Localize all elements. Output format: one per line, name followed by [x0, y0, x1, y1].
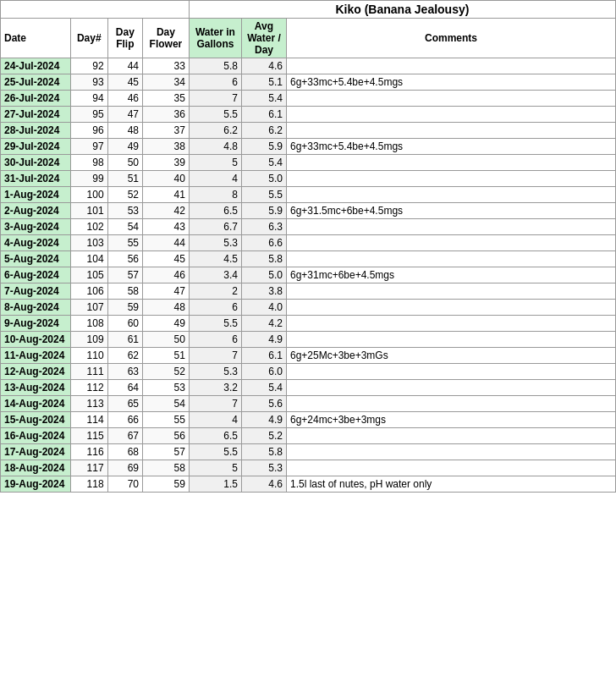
cell-r6-c5: 5.4: [242, 155, 287, 171]
main-table: Kiko (Banana Jealousy) Date Day# Day Fli…: [0, 0, 616, 493]
cell-r15-c0: 8-Aug-2024: [1, 300, 71, 316]
cell-r3-c2: 47: [107, 107, 142, 123]
cell-r23-c6: [286, 428, 615, 444]
cell-r6-c4: 5: [189, 155, 241, 171]
cell-r11-c1: 103: [70, 235, 107, 251]
cell-r1-c3: 34: [143, 74, 190, 91]
table-body: 24-Jul-20249244335.84.625-Jul-2024934534…: [1, 58, 616, 493]
cell-r18-c3: 51: [143, 348, 190, 364]
cell-r19-c0: 12-Aug-2024: [1, 364, 71, 380]
cell-r13-c0: 6-Aug-2024: [1, 267, 71, 283]
table-row: 27-Jul-20249547365.56.1: [1, 107, 616, 123]
cell-r2-c3: 35: [143, 91, 190, 107]
cell-r16-c3: 49: [143, 316, 190, 332]
table-row: 13-Aug-202411264533.25.4: [1, 380, 616, 396]
cell-r5-c3: 38: [143, 139, 190, 155]
cell-r5-c1: 97: [70, 139, 107, 155]
table-row: 24-Jul-20249244335.84.6: [1, 58, 616, 74]
cell-r21-c2: 65: [107, 396, 142, 412]
cell-r15-c4: 6: [189, 300, 241, 316]
col-header-flip: Day Flip: [107, 19, 142, 58]
cell-r22-c6: 6g+24mc+3be+3mgs: [286, 412, 615, 428]
cell-r14-c0: 7-Aug-2024: [1, 283, 71, 300]
cell-r18-c6: 6g+25Mc+3be+3mGs: [286, 348, 615, 364]
cell-r19-c2: 63: [107, 364, 142, 380]
cell-r12-c0: 5-Aug-2024: [1, 251, 71, 267]
cell-r4-c2: 48: [107, 123, 142, 139]
cell-r0-c4: 5.8: [189, 58, 241, 74]
table-row: 18-Aug-2024117695855.3: [1, 460, 616, 476]
cell-r8-c0: 1-Aug-2024: [1, 187, 71, 203]
cell-r14-c6: [286, 283, 615, 300]
cell-r15-c3: 48: [143, 300, 190, 316]
cell-r10-c3: 43: [143, 219, 190, 235]
table-row: 11-Aug-2024110625176.16g+25Mc+3be+3mGs: [1, 348, 616, 364]
cell-r1-c0: 25-Jul-2024: [1, 74, 71, 91]
cell-r23-c5: 5.2: [242, 428, 287, 444]
col-header-flower: Day Flower: [143, 19, 190, 58]
cell-r4-c1: 96: [70, 123, 107, 139]
cell-r22-c2: 66: [107, 412, 142, 428]
table-row: 6-Aug-202410557463.45.06g+31mc+6be+4.5mg…: [1, 267, 616, 283]
cell-r7-c2: 51: [107, 171, 142, 187]
cell-r9-c5: 5.9: [242, 203, 287, 219]
cell-r15-c5: 4.0: [242, 300, 287, 316]
cell-r6-c1: 98: [70, 155, 107, 171]
cell-r1-c5: 5.1: [242, 74, 287, 91]
cell-r26-c4: 1.5: [189, 476, 241, 493]
cell-r19-c6: [286, 364, 615, 380]
cell-r17-c0: 10-Aug-2024: [1, 332, 71, 348]
title-row: Kiko (Banana Jealousy): [1, 1, 616, 19]
table-row: 14-Aug-2024113655475.6: [1, 396, 616, 412]
cell-r4-c5: 6.2: [242, 123, 287, 139]
cell-r22-c5: 4.9: [242, 412, 287, 428]
table-row: 7-Aug-2024106584723.8: [1, 283, 616, 300]
cell-r21-c1: 113: [70, 396, 107, 412]
cell-r13-c2: 57: [107, 267, 142, 283]
cell-r6-c2: 50: [107, 155, 142, 171]
cell-r3-c5: 6.1: [242, 107, 287, 123]
cell-r16-c0: 9-Aug-2024: [1, 316, 71, 332]
cell-r2-c1: 94: [70, 91, 107, 107]
cell-r2-c6: [286, 91, 615, 107]
cell-r5-c0: 29-Jul-2024: [1, 139, 71, 155]
cell-r10-c1: 102: [70, 219, 107, 235]
cell-r7-c4: 4: [189, 171, 241, 187]
cell-r25-c1: 117: [70, 460, 107, 476]
cell-r10-c5: 6.3: [242, 219, 287, 235]
cell-r24-c5: 5.8: [242, 444, 287, 460]
cell-r9-c4: 6.5: [189, 203, 241, 219]
table-row: 31-Jul-202499514045.0: [1, 171, 616, 187]
cell-r17-c5: 4.9: [242, 332, 287, 348]
cell-r25-c0: 18-Aug-2024: [1, 460, 71, 476]
cell-r4-c0: 28-Jul-2024: [1, 123, 71, 139]
cell-r17-c6: [286, 332, 615, 348]
cell-r18-c4: 7: [189, 348, 241, 364]
table-row: 15-Aug-2024114665544.96g+24mc+3be+3mgs: [1, 412, 616, 428]
cell-r18-c5: 6.1: [242, 348, 287, 364]
cell-r3-c1: 95: [70, 107, 107, 123]
col-header-day: Day#: [70, 19, 107, 58]
cell-r12-c6: [286, 251, 615, 267]
table-row: 1-Aug-2024100524185.5: [1, 187, 616, 203]
cell-r8-c3: 41: [143, 187, 190, 203]
cell-r16-c1: 108: [70, 316, 107, 332]
cell-r6-c6: [286, 155, 615, 171]
table-row: 26-Jul-202494463575.4: [1, 91, 616, 107]
cell-r22-c3: 55: [143, 412, 190, 428]
cell-r20-c0: 13-Aug-2024: [1, 380, 71, 396]
cell-r12-c2: 56: [107, 251, 142, 267]
cell-r9-c0: 2-Aug-2024: [1, 203, 71, 219]
header-row: Date Day# Day Flip Day Flower Water in G…: [1, 19, 616, 58]
cell-r10-c2: 54: [107, 219, 142, 235]
cell-r9-c2: 53: [107, 203, 142, 219]
cell-r15-c1: 107: [70, 300, 107, 316]
cell-r19-c3: 52: [143, 364, 190, 380]
cell-r24-c0: 17-Aug-2024: [1, 444, 71, 460]
cell-r16-c6: [286, 316, 615, 332]
col-header-comments: Comments: [286, 19, 615, 58]
cell-r24-c6: [286, 444, 615, 460]
table-row: 16-Aug-202411567566.55.2: [1, 428, 616, 444]
cell-r25-c3: 58: [143, 460, 190, 476]
cell-r26-c1: 118: [70, 476, 107, 493]
